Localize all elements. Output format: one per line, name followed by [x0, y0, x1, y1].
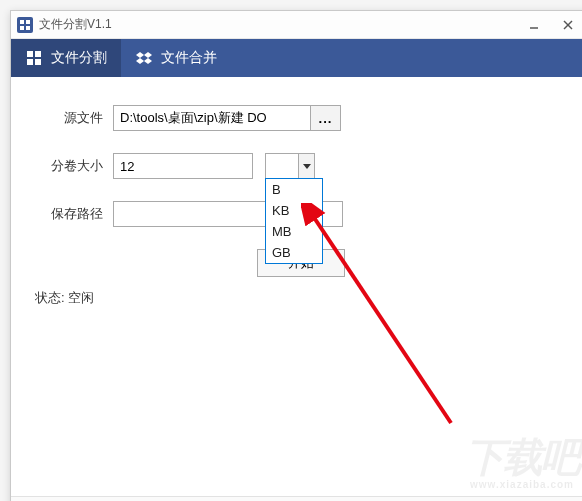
svg-rect-2 — [20, 26, 24, 30]
svg-marker-13 — [136, 58, 144, 64]
unit-dropdown: B KB MB GB — [265, 178, 323, 264]
unit-option-b[interactable]: B — [266, 179, 322, 200]
svg-rect-7 — [27, 51, 33, 57]
savepath-label: 保存路径 — [35, 205, 113, 223]
tab-split[interactable]: 文件分割 — [11, 39, 121, 77]
svg-rect-3 — [26, 26, 30, 30]
status-prefix: 状态: — [35, 290, 68, 305]
source-label: 源文件 — [35, 109, 113, 127]
watermark: 下载吧 www.xiazaiba.com — [465, 430, 579, 490]
svg-rect-0 — [20, 20, 24, 24]
svg-marker-11 — [136, 52, 144, 58]
chevron-down-icon — [298, 154, 314, 178]
row-size: 分卷大小 B KB MB GB — [35, 153, 567, 179]
browse-button[interactable]: ... — [311, 105, 341, 131]
unit-option-mb[interactable]: MB — [266, 221, 322, 242]
size-input[interactable] — [113, 153, 253, 179]
size-label: 分卷大小 — [35, 157, 113, 175]
content-area: 源文件 ... 分卷大小 B KB MB GB — [11, 77, 582, 496]
svg-marker-12 — [144, 52, 152, 58]
grid-icon — [25, 49, 43, 67]
minimize-button[interactable] — [517, 14, 551, 36]
window-title: 文件分割V1.1 — [39, 16, 517, 33]
close-button[interactable] — [551, 14, 582, 36]
row-source: 源文件 ... — [35, 105, 567, 131]
source-input[interactable] — [113, 105, 311, 131]
svg-rect-9 — [27, 59, 33, 65]
watermark-sub: www.xiazaiba.com — [465, 479, 579, 490]
svg-line-17 — [311, 213, 451, 423]
tab-split-label: 文件分割 — [51, 49, 107, 67]
unit-option-gb[interactable]: GB — [266, 242, 322, 263]
status-text: 状态: 空闲 — [35, 289, 567, 307]
tabbar: 文件分割 文件合并 — [11, 39, 582, 77]
svg-rect-1 — [26, 20, 30, 24]
statusbar — [11, 496, 582, 501]
tab-merge-label: 文件合并 — [161, 49, 217, 67]
app-icon — [17, 17, 33, 33]
titlebar: 文件分割V1.1 — [11, 11, 582, 39]
svg-marker-14 — [144, 58, 152, 64]
unit-combobox[interactable] — [265, 153, 315, 179]
svg-rect-8 — [35, 51, 41, 57]
watermark-main: 下载吧 — [465, 435, 579, 479]
dropbox-icon — [135, 49, 153, 67]
unit-combo: B KB MB GB — [265, 153, 315, 179]
status-value: 空闲 — [68, 290, 94, 305]
annotation-arrow-icon — [301, 203, 471, 443]
unit-option-kb[interactable]: KB — [266, 200, 322, 221]
svg-rect-10 — [35, 59, 41, 65]
svg-marker-15 — [303, 164, 311, 169]
tab-merge[interactable]: 文件合并 — [121, 39, 231, 77]
app-window: 文件分割V1.1 文件分割 文件合并 源文件 ... — [10, 10, 582, 501]
